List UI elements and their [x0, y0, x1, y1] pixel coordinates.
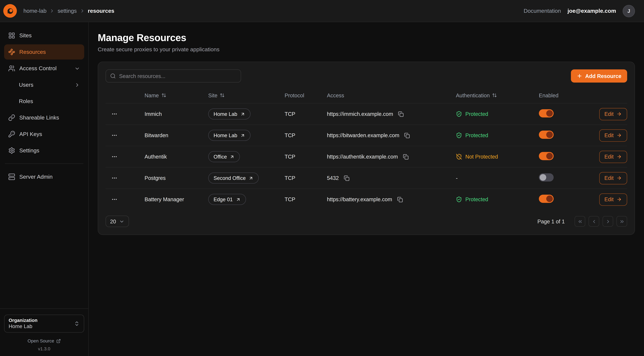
pagination: Page 1 of 1 [538, 216, 627, 227]
sidebar-item-roles[interactable]: Roles [4, 94, 84, 109]
toggle-knob [546, 153, 553, 159]
enabled-toggle[interactable] [539, 173, 554, 182]
site-name: Home Lab [214, 132, 237, 138]
table-row: Authentik Office TCP https://authentik.e… [106, 146, 627, 167]
table-row: Bitwarden Home Lab TCP https://bitwarden… [106, 124, 627, 146]
sidebar-item-label: Resources [19, 49, 46, 55]
site-link-button[interactable]: Office [208, 151, 240, 162]
search-icon [110, 73, 116, 79]
auth-status-label: - [456, 175, 458, 181]
organization-selector-label: Organization [8, 318, 38, 323]
edit-button[interactable]: Edit [599, 129, 627, 142]
copy-button[interactable] [404, 132, 411, 139]
site-link-button[interactable]: Home Lab [208, 108, 250, 120]
sidebar-item-shareable-links[interactable]: Shareable Links [4, 110, 84, 125]
access-url: https://immich.example.com [327, 111, 393, 117]
chevron-down-icon [119, 219, 125, 224]
enabled-toggle[interactable] [539, 195, 554, 203]
row-actions-button[interactable] [110, 130, 119, 140]
column-site[interactable]: Site [208, 92, 284, 98]
site-link-button[interactable]: Edge 01 [208, 194, 246, 205]
next-page-button[interactable] [602, 216, 613, 227]
user-email[interactable]: joe@example.com [568, 8, 616, 14]
resource-name: Authentik [144, 154, 208, 160]
open-source-link[interactable]: Open Source [4, 338, 84, 344]
organization-selector-value: Home Lab [8, 324, 38, 330]
pagination-buttons [574, 216, 627, 227]
protocol-value: TCP [284, 196, 327, 202]
last-page-button[interactable] [616, 216, 627, 227]
card-footer: 20 Page 1 of 1 [106, 216, 627, 227]
sort-icon [220, 93, 225, 98]
enabled-toggle[interactable] [539, 130, 554, 139]
auth-status-label: Protected [465, 196, 488, 202]
table-row: Battery Manager Edge 01 TCP https://batt… [106, 188, 627, 210]
sidebar-item-users[interactable]: Users [4, 77, 84, 92]
chevrons-right-icon [619, 219, 624, 224]
documentation-link[interactable]: Documentation [524, 8, 561, 14]
sidebar-item-server-admin[interactable]: Server Admin [4, 169, 84, 184]
auth-status: Protected [456, 196, 539, 202]
breadcrumb-org[interactable]: home-lab [23, 8, 46, 14]
add-resource-button[interactable]: Add Resource [571, 70, 627, 82]
avatar[interactable]: J [623, 5, 635, 17]
shield-off-icon [456, 154, 462, 160]
chevrons-left-icon [577, 219, 583, 224]
sidebar-section-divider [5, 164, 83, 164]
copy-icon [344, 175, 350, 181]
prev-page-button[interactable] [588, 216, 599, 227]
sidebar-item-access-control[interactable]: Access Control [4, 61, 84, 76]
copy-button[interactable] [343, 174, 350, 182]
copy-button[interactable] [396, 196, 404, 203]
arrow-up-right-icon [240, 112, 245, 116]
edit-label: Edit [604, 196, 614, 202]
edit-button[interactable]: Edit [599, 150, 627, 163]
copy-button[interactable] [397, 110, 405, 118]
row-actions-button[interactable] [110, 173, 119, 183]
sites-icon [8, 32, 15, 39]
column-name-label: Name [144, 92, 159, 98]
edit-label: Edit [604, 154, 614, 160]
edit-button[interactable]: Edit [599, 172, 627, 184]
arrow-up-right-icon [236, 197, 240, 202]
app-logo[interactable] [3, 4, 17, 18]
breadcrumb-settings[interactable]: settings [58, 8, 77, 14]
access-url: https://bitwarden.example.com [327, 132, 399, 138]
pangolin-logo-icon [6, 7, 14, 15]
column-name[interactable]: Name [144, 92, 208, 98]
main-layout: Sites Resources Access Control [0, 22, 644, 356]
organization-selector[interactable]: Organization Home Lab [4, 314, 84, 333]
sidebar-item-label: Sites [19, 32, 32, 39]
edit-button[interactable]: Edit [599, 108, 627, 120]
page-size-select[interactable]: 20 [106, 216, 129, 227]
sidebar-item-resources[interactable]: Resources [4, 44, 84, 60]
resource-name: Bitwarden [144, 132, 208, 138]
column-authentication[interactable]: Authentication [456, 92, 539, 98]
first-page-button[interactable] [574, 216, 585, 227]
sidebar-item-settings[interactable]: Settings [4, 143, 84, 158]
enabled-toggle[interactable] [539, 152, 554, 160]
site-link-button[interactable]: Home Lab [208, 130, 250, 141]
site-name: Second Office [214, 175, 246, 181]
row-actions-button[interactable] [110, 152, 119, 161]
row-actions-button[interactable] [110, 109, 119, 119]
sidebar-item-sites[interactable]: Sites [4, 28, 84, 43]
enabled-toggle[interactable] [539, 109, 554, 118]
external-link-icon [56, 338, 61, 343]
row-actions-button[interactable] [110, 195, 119, 204]
sidebar-item-label: API Keys [19, 131, 42, 137]
toggle-knob [546, 132, 553, 138]
search-input[interactable] [119, 73, 236, 79]
resource-name: Battery Manager [144, 196, 208, 202]
site-link-button[interactable]: Second Office [208, 172, 259, 184]
sidebar-item-api-keys[interactable]: API Keys [4, 126, 84, 142]
site-name: Home Lab [214, 111, 237, 117]
column-access: Access [327, 92, 456, 98]
ellipsis-icon [111, 175, 118, 181]
shield-check-icon [456, 111, 462, 117]
copy-button[interactable] [402, 153, 409, 160]
site-name: Office [214, 154, 227, 160]
sidebar: Sites Resources Access Control [0, 22, 89, 356]
auth-status-label: Protected [465, 111, 488, 117]
edit-button[interactable]: Edit [599, 193, 627, 206]
